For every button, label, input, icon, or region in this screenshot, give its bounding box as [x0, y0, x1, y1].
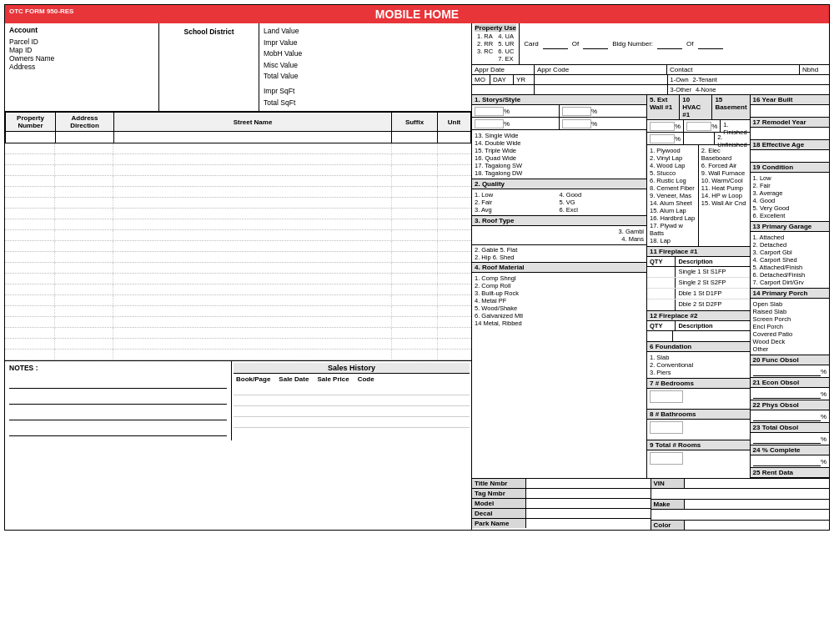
- col-address-direction: AddressDirection: [56, 113, 114, 132]
- decal-value[interactable]: [526, 509, 651, 518]
- appr-date-label: Appr Date: [472, 65, 535, 74]
- roof-metal-pf: 4. Metal PF: [475, 297, 644, 304]
- found-2: 2. Conventional: [650, 361, 747, 369]
- bldg-number-label: Bldg Number:: [612, 40, 653, 48]
- appr-code-label: Appr Code: [535, 65, 667, 74]
- form-header: OTC FORM 950-RES MOBILE HOME: [5, 5, 829, 23]
- garage-5: 5. Attached/Finish: [753, 264, 826, 271]
- vin-label: VIN: [651, 479, 685, 488]
- fp1-item2: Single 2 St S2FP: [676, 278, 749, 288]
- foundation-label: 6 Foundation: [647, 342, 750, 352]
- pu-rr: 2. RR: [477, 40, 493, 48]
- yr-label: YR: [514, 75, 532, 84]
- found-1: 1. Slab: [650, 354, 747, 361]
- park-name-value[interactable]: [526, 519, 651, 528]
- col-property-number: PropertyNumber: [6, 113, 56, 132]
- map-id-label: Map ID: [9, 46, 154, 54]
- func-obsol-label: 20 Func Obsol: [751, 355, 829, 365]
- roof-type-label: 3. Roof Type: [472, 216, 646, 226]
- quality-avg: 3. Avg: [475, 206, 560, 214]
- mob-type-3: 15. Triple Wide: [475, 147, 643, 154]
- primary-porch-label: 14 Primary Porch: [751, 289, 829, 299]
- mobh-value-label: MobH Value: [264, 48, 302, 60]
- pu-ex: 7. EX: [498, 55, 514, 63]
- vin-value[interactable]: [685, 479, 830, 488]
- nbhd-label: Nbhd: [800, 65, 829, 74]
- fp1-desc: Description: [676, 257, 749, 266]
- ew-6: 8. Cement Fiber: [650, 184, 696, 192]
- pct3: %: [504, 120, 510, 128]
- hvac-4: 10. Warm/Cool: [701, 177, 747, 184]
- ew-2: 2. Vinyl Lap: [650, 154, 696, 162]
- make-label: Make: [651, 500, 685, 509]
- color-value[interactable]: [685, 521, 830, 530]
- owners-name-label: Owners Name: [9, 54, 154, 63]
- hvac-5: 11. Heat Pump: [701, 184, 747, 192]
- park-name-label: Park Name: [472, 519, 526, 528]
- title-nmbr-value[interactable]: [526, 479, 651, 488]
- pu-ur: 5. UR: [498, 40, 514, 48]
- quality-fair: 2. Fair: [475, 199, 560, 206]
- garage-3: 3. Carport Gbl: [753, 249, 826, 256]
- porch-2: Raised Slab: [753, 308, 826, 315]
- found-3: 3. Piers: [650, 369, 747, 376]
- ew-8: 14. Alum Sheet: [650, 199, 696, 207]
- total-rooms-input[interactable]: [650, 452, 683, 465]
- form-title: MOBILE HOME: [375, 8, 459, 21]
- ew-11: 17. Plywd w Batts: [650, 222, 696, 237]
- ew-12: 18. Lap: [650, 237, 696, 244]
- col-suffix: Suffix: [392, 113, 438, 132]
- porch-7: Other: [753, 345, 826, 353]
- bedrooms-input[interactable]: [650, 390, 683, 403]
- ew-4: 5. Stucco: [650, 169, 696, 177]
- hvac-3: 9. Wall Furnace: [701, 169, 747, 177]
- own3: 3-Other: [671, 86, 691, 93]
- mob-type-1: 13. Single Wide: [475, 132, 643, 139]
- pct1: %: [504, 108, 510, 115]
- ew-3: 4. Wood Lap: [650, 162, 696, 169]
- mob-type-4: 16. Quad Wide: [475, 154, 643, 162]
- account-label: Account: [9, 26, 154, 34]
- ext-wall-label: 5. Ext Wall #1: [647, 95, 680, 119]
- street-table: PropertyNumber AddressDirection Street N…: [5, 112, 471, 143]
- total-sqft-label: Total SqFt: [264, 98, 302, 109]
- effective-age-label: 18 Effective Age: [751, 140, 829, 150]
- cond-3: 3. Average: [753, 189, 826, 197]
- notes-label: NOTES :: [9, 364, 227, 372]
- pct2: %: [591, 108, 597, 115]
- hvac-6: 14. HP w Loop: [701, 192, 747, 199]
- roof-gable-flat: 2. Gable 5. Flat: [475, 246, 644, 254]
- day-label: DAY: [490, 75, 514, 84]
- hvac-2: 6. Forced Air: [701, 162, 747, 169]
- school-district-label: School District: [184, 28, 234, 36]
- roof-hip-shed: 2. Hip 6. Shed: [475, 254, 644, 261]
- fp2-label: 12 Fireplace #2: [647, 311, 750, 321]
- cond-5: 5. Very Good: [753, 204, 826, 212]
- title-nmbr-label: Title Nmbr: [472, 479, 526, 488]
- quality-vg: 5. VG: [560, 199, 645, 206]
- roof-built-up: 3. Built-up Rock: [475, 289, 644, 297]
- storys-label: 1. Storys/Style: [472, 95, 646, 104]
- pu-ua: 4. UA: [498, 33, 514, 40]
- tag-nmbr-value[interactable]: [526, 489, 651, 498]
- bathrooms-input[interactable]: [650, 421, 683, 434]
- roof-comp-shngl: 1. Comp Shngl: [475, 274, 644, 282]
- pct-complete-sym: %: [821, 458, 826, 465]
- garage-7: 7. Carport Dirt/Grv: [753, 279, 826, 286]
- parcel-id-label: Parcel ID: [9, 38, 154, 46]
- ew-9: 15. Alum Lap: [650, 207, 696, 214]
- mob-type-2: 14. Double Wide: [475, 139, 643, 147]
- model-value[interactable]: [526, 499, 651, 508]
- card-label: Card: [524, 40, 538, 48]
- fp2-desc: Description: [676, 321, 749, 330]
- roof-material-label: 4. Roof Material: [472, 263, 646, 273]
- make-value[interactable]: [685, 500, 830, 509]
- ew-10: 16. Hardbrd Lap: [650, 214, 696, 222]
- color-label: Color: [651, 521, 685, 530]
- primary-garage-label: 13 Primary Garage: [751, 222, 829, 232]
- decal-label: Decal: [472, 509, 526, 518]
- quality-excl: 6. Excl: [560, 206, 645, 214]
- cond-1: 1. Low: [753, 174, 826, 182]
- pu-rc: 3. RC: [477, 48, 493, 55]
- form-label: OTC FORM 950-RES: [9, 8, 73, 15]
